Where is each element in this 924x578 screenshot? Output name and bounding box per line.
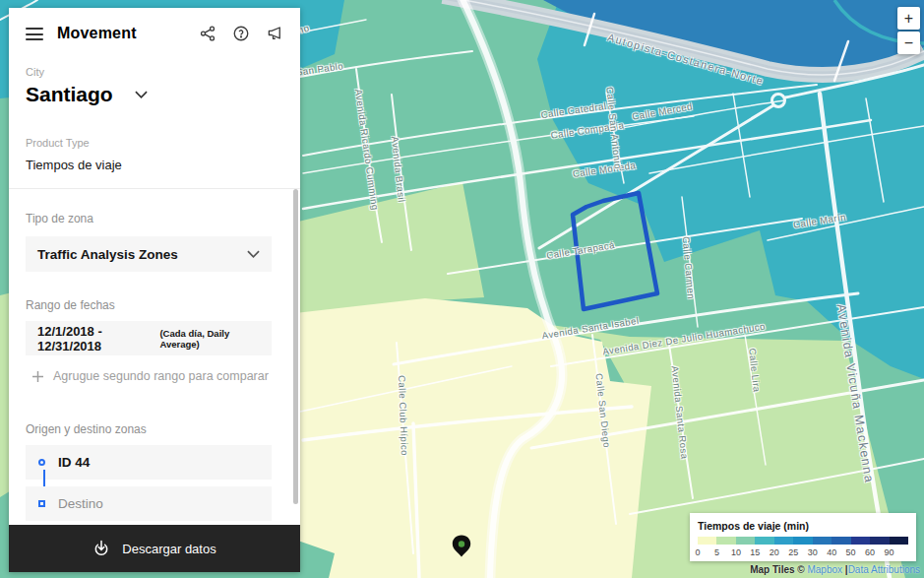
legend-tick: 10 — [731, 547, 741, 557]
app-title: Movement — [57, 25, 137, 42]
menu-button[interactable] — [26, 28, 43, 40]
legend-tick: 90 — [885, 547, 894, 557]
zone-type-dropdown[interactable]: Traffic Analysis Zones — [26, 236, 272, 272]
legend-title: Tiempos de viaje (min) — [698, 520, 908, 532]
legend-tick: 60 — [865, 547, 875, 557]
legend-tick: 5 — [714, 547, 719, 557]
download-icon — [92, 540, 110, 557]
legend-ticks: 05101520253040506090 — [698, 547, 908, 559]
legend-color-step — [870, 537, 889, 545]
chevron-down-icon — [247, 250, 260, 258]
product-type-label: Product Type — [26, 137, 90, 149]
map-attribution: Map Tiles © Mapbox |Data Attributions — [750, 564, 920, 575]
date-range-field[interactable]: 12/1/2018 - 12/31/2018 (Cada día, Daily … — [26, 321, 272, 355]
legend-color-scale — [698, 537, 908, 545]
destination-placeholder: Destino — [58, 496, 103, 511]
zone-type-label: Tipo de zona — [26, 212, 93, 225]
zoom-out-button[interactable]: − — [897, 32, 920, 54]
data-attributions-link[interactable]: Data Attributions — [848, 564, 920, 575]
map-zoom-controls: + − — [897, 7, 920, 54]
product-type-value[interactable]: Tiempos de viaje — [26, 158, 122, 172]
zone-type-value: Traffic Analysis Zones — [37, 247, 178, 262]
legend-color-step — [698, 537, 716, 545]
share-icon[interactable] — [199, 25, 216, 42]
destination-zone-field[interactable]: Destino — [26, 486, 272, 521]
legend-tick: 50 — [846, 547, 856, 557]
legend-color-step — [851, 537, 870, 545]
zoom-in-button[interactable]: + — [897, 7, 920, 30]
legend-color-step — [736, 537, 755, 545]
sidebar: Movement City Santiago Product Type Tiem… — [9, 8, 300, 572]
legend-card: Tiempos de viaje (min) 05101520253040506… — [690, 513, 916, 561]
legend-tick: 20 — [770, 547, 779, 557]
add-second-range-label: Agrugue segundo rango para comparar — [53, 369, 269, 383]
announcements-icon[interactable] — [266, 25, 283, 42]
origin-value: ID 44 — [58, 455, 90, 470]
download-data-button[interactable]: Descargar datos — [9, 525, 300, 572]
city-selector[interactable]: Santiago — [26, 83, 148, 106]
download-label: Descargar datos — [122, 542, 216, 556]
legend-color-step — [774, 537, 793, 545]
legend-color-step — [890, 537, 908, 545]
divider — [9, 188, 300, 189]
help-icon[interactable] — [232, 25, 250, 42]
date-range-detail: (Cada día, Daily Average) — [159, 328, 260, 350]
origin-zone-field[interactable]: ID 44 — [26, 445, 272, 480]
legend-tick: 0 — [695, 547, 700, 557]
mapbox-link[interactable]: Mapbox — [807, 564, 842, 575]
date-range-value: 12/1/2018 - 12/31/2018 — [37, 324, 155, 353]
legend-tick: 40 — [827, 547, 836, 557]
attribution-prefix: Map Tiles © — [750, 564, 807, 575]
city-label: City — [26, 66, 44, 78]
sidebar-scrollbar[interactable] — [293, 189, 298, 504]
origin-icon — [38, 459, 45, 466]
legend-color-step — [832, 537, 850, 545]
origin-destination-label: Origen y destino zonas — [26, 422, 147, 436]
legend-color-step — [813, 537, 832, 545]
legend-color-step — [755, 537, 773, 545]
chevron-down-icon — [135, 91, 148, 98]
add-second-range-button[interactable]: Agrugue segundo rango para comparar — [32, 369, 269, 383]
legend-tick: 15 — [750, 547, 760, 557]
legend-tick: 30 — [808, 547, 818, 557]
legend-color-step — [793, 537, 812, 545]
destination-icon — [38, 500, 45, 507]
plus-icon — [32, 371, 43, 382]
date-range-label: Rango de fechas — [26, 298, 115, 312]
legend-color-step — [716, 537, 735, 545]
legend-tick: 25 — [788, 547, 798, 557]
city-value: Santiago — [26, 83, 113, 106]
